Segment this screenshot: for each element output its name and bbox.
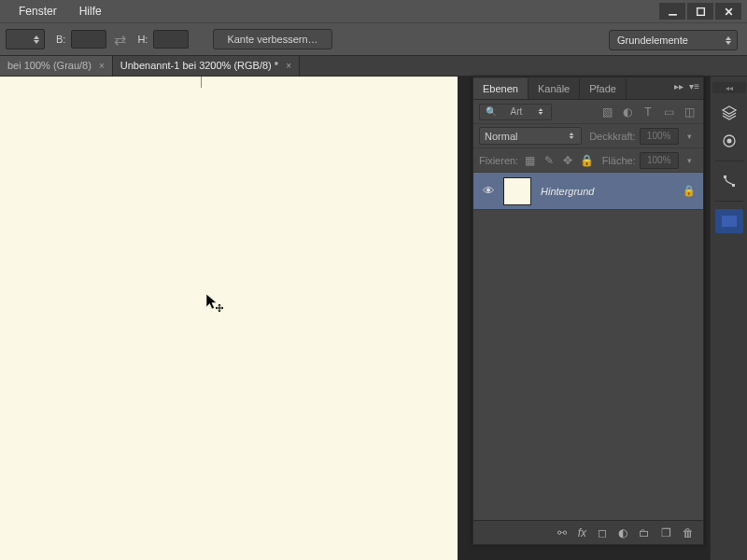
refine-edge-button[interactable]: Kante verbessern… xyxy=(213,29,331,49)
filter-type-icon[interactable]: T xyxy=(640,105,656,119)
right-dock: ◂◂ xyxy=(710,77,747,560)
lock-all-icon[interactable]: 🔒 xyxy=(579,154,594,167)
lock-label: Fixieren: xyxy=(479,155,518,166)
blend-row: Normal Deckkraft: 100% ▾ xyxy=(473,124,703,148)
document-tabbar: bei 100% (Grau/8) × Unbenannt-1 bei 3200… xyxy=(0,56,747,77)
tab-pfade[interactable]: Pfade xyxy=(580,78,627,99)
dock-paths-icon[interactable] xyxy=(715,169,743,193)
close-button[interactable] xyxy=(715,3,741,20)
dock-separator xyxy=(715,201,743,202)
layers-panel: Ebenen Kanäle Pfade ▸▸ ▾≡ 🔍Art ▧ ◐ T ▭ ◫… xyxy=(472,77,704,545)
svg-rect-10 xyxy=(722,216,737,227)
close-icon[interactable]: × xyxy=(286,61,291,71)
layers-panel-footer: ⚯ fx ◻ ◐ 🗀 ❐ 🗑 xyxy=(473,520,703,544)
filter-type-label: Art xyxy=(511,106,523,117)
lock-row: Fixieren: ▦ ✎ ✥ 🔒 Fläche: 100% ▾ xyxy=(473,148,703,173)
tab-title: bei 100% (Grau/8) xyxy=(7,60,92,71)
minimize-button[interactable] xyxy=(659,3,685,20)
window-controls xyxy=(657,3,741,20)
dock-adjustments-icon[interactable] xyxy=(715,129,743,153)
svg-rect-8 xyxy=(724,175,726,178)
blend-mode-dropdown[interactable]: Normal xyxy=(479,127,582,145)
panel-collapse-icon[interactable]: ▸▸ xyxy=(674,81,684,91)
swap-dimensions-icon[interactable]: ⇄ xyxy=(114,31,126,49)
fill-label: Fläche: xyxy=(602,155,636,166)
height-field[interactable] xyxy=(153,30,189,49)
workspace-dropdown[interactable]: Grundelemente xyxy=(609,30,738,50)
layer-item-hintergrund[interactable]: 👁 Hintergrund 🔒 xyxy=(473,173,703,210)
filter-smart-icon[interactable]: ◫ xyxy=(681,105,698,119)
new-layer-icon[interactable]: ❐ xyxy=(661,526,671,539)
dock-selected-icon[interactable] xyxy=(715,209,743,233)
opacity-flyout-icon[interactable]: ▾ xyxy=(683,132,698,141)
layer-group-icon[interactable]: 🗀 xyxy=(639,526,650,539)
panel-tabs: Ebenen Kanäle Pfade ▸▸ ▾≡ xyxy=(473,77,703,100)
fill-flyout-icon[interactable]: ▾ xyxy=(683,156,698,165)
fill-field[interactable]: 100% xyxy=(640,152,679,169)
blend-mode-value: Normal xyxy=(485,131,517,142)
opacity-label: Deckkraft: xyxy=(589,131,636,142)
svg-point-7 xyxy=(726,139,731,144)
workspace-dropdown-label: Grundelemente xyxy=(617,35,688,46)
layer-filter-row: 🔍Art ▧ ◐ T ▭ ◫ xyxy=(473,100,703,124)
close-icon[interactable]: × xyxy=(99,61,105,71)
visibility-eye-icon[interactable]: 👁 xyxy=(481,184,496,198)
dock-expand-icon[interactable]: ◂◂ xyxy=(712,82,746,93)
options-bar: B: ⇄ H: Kante verbessern… Grundelemente xyxy=(0,22,747,56)
menubar: Fenster Hilfe xyxy=(0,0,747,22)
width-field[interactable] xyxy=(71,30,106,49)
maximize-button[interactable] xyxy=(687,3,713,20)
filter-adjust-icon[interactable]: ◐ xyxy=(619,105,636,119)
layer-thumbnail[interactable] xyxy=(503,177,531,205)
adjustment-layer-icon[interactable]: ◐ xyxy=(618,526,627,539)
tab-title: Unbenannt-1 bei 3200% (RGB/8) * xyxy=(120,60,278,71)
layer-style-icon[interactable]: fx xyxy=(578,526,586,539)
menu-fenster[interactable]: Fenster xyxy=(7,2,68,21)
filter-shape-icon[interactable]: ▭ xyxy=(660,105,677,119)
opacity-field[interactable]: 100% xyxy=(640,128,679,145)
tab-kanaele[interactable]: Kanäle xyxy=(529,78,580,99)
document-tab-active[interactable]: Unbenannt-1 bei 3200% (RGB/8) * × xyxy=(113,55,300,76)
lock-position-icon[interactable]: ✥ xyxy=(560,154,575,167)
ruler-guide xyxy=(201,77,202,88)
lock-icon: 🔒 xyxy=(683,185,696,197)
canvas[interactable] xyxy=(0,77,458,560)
svg-rect-1 xyxy=(697,7,704,15)
link-layers-icon[interactable]: ⚯ xyxy=(557,526,567,539)
menu-hilfe[interactable]: Hilfe xyxy=(68,2,113,21)
panel-menu-icon[interactable]: ▾≡ xyxy=(689,81,699,91)
lock-pixels-icon[interactable]: ✎ xyxy=(542,154,557,167)
dock-layers-icon[interactable] xyxy=(715,101,743,125)
tool-preset-dropdown[interactable] xyxy=(6,29,45,49)
filter-type-dropdown[interactable]: 🔍Art xyxy=(479,104,552,120)
dock-separator xyxy=(715,161,743,161)
layer-name[interactable]: Hintergrund xyxy=(541,186,683,197)
tab-ebenen[interactable]: Ebenen xyxy=(473,78,529,99)
width-label: B: xyxy=(56,34,65,45)
delete-layer-icon[interactable]: 🗑 xyxy=(683,526,694,539)
filter-pixel-icon[interactable]: ▧ xyxy=(599,105,615,119)
document-tab-inactive[interactable]: bei 100% (Grau/8) × xyxy=(0,55,113,76)
height-label: H: xyxy=(137,34,148,45)
layer-mask-icon[interactable]: ◻ xyxy=(598,526,607,539)
lock-transparent-icon[interactable]: ▦ xyxy=(522,154,537,167)
